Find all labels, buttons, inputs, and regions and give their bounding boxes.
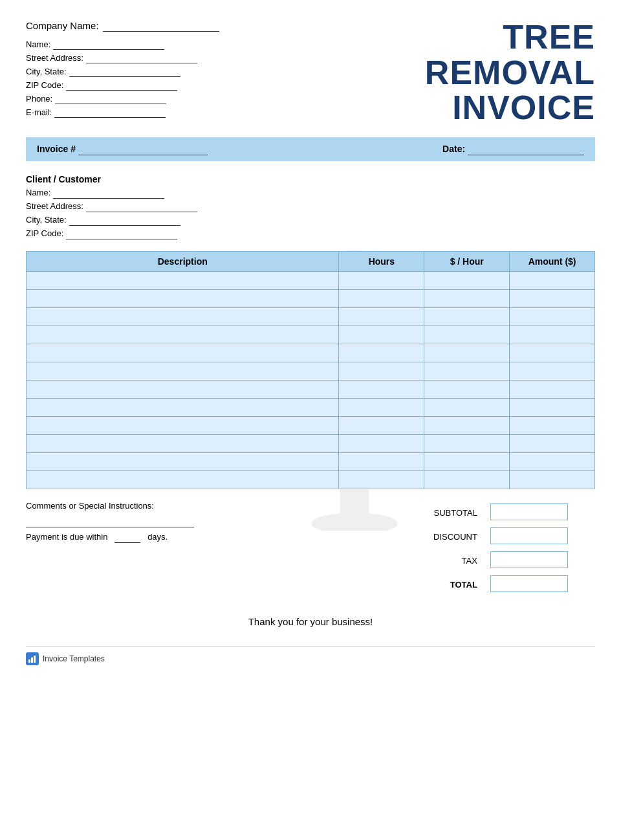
cell-rate-6[interactable]	[424, 380, 510, 398]
cell-amount-6[interactable]	[510, 380, 595, 398]
cell-hours-3[interactable]	[339, 326, 424, 344]
payment-row: Payment is due within days.	[26, 531, 414, 543]
cell-rate-4[interactable]	[424, 344, 510, 362]
cell-hours-4[interactable]	[339, 344, 424, 362]
street-row: Street Address:	[26, 52, 425, 63]
client-street-input[interactable]	[86, 201, 197, 212]
cell-rate-8[interactable]	[424, 416, 510, 434]
cell-amount-1[interactable]	[510, 289, 595, 307]
cell-desc-5[interactable]	[27, 362, 339, 380]
company-name-label: Company Name:	[26, 20, 99, 31]
cell-rate-3[interactable]	[424, 326, 510, 344]
cell-rate-11[interactable]	[424, 470, 510, 489]
cell-rate-2[interactable]	[424, 307, 510, 326]
total-row: TOTAL	[414, 573, 595, 597]
cell-desc-10[interactable]	[27, 452, 339, 470]
comments-row: Comments or Special Instructions:	[26, 501, 414, 511]
table-row	[27, 326, 595, 344]
cell-amount-0[interactable]	[510, 271, 595, 289]
phone-input[interactable]	[55, 93, 166, 104]
cell-hours-2[interactable]	[339, 307, 424, 326]
zip-input[interactable]	[66, 79, 177, 91]
discount-label: DISCOUNT	[414, 525, 485, 549]
table-row	[27, 271, 595, 289]
cell-desc-4[interactable]	[27, 344, 339, 362]
email-label: E-mail:	[26, 107, 52, 117]
client-name-label: Name:	[26, 188, 50, 197]
cell-desc-9[interactable]	[27, 434, 339, 452]
cell-hours-10[interactable]	[339, 452, 424, 470]
table-row	[27, 362, 595, 380]
cell-hours-8[interactable]	[339, 416, 424, 434]
cell-desc-3[interactable]	[27, 326, 339, 344]
total-box[interactable]	[490, 575, 568, 592]
svg-rect-8	[28, 659, 30, 663]
subtotal-value-cell	[485, 501, 595, 525]
cell-rate-10[interactable]	[424, 452, 510, 470]
cell-hours-11[interactable]	[339, 470, 424, 489]
cell-hours-0[interactable]	[339, 271, 424, 289]
discount-box[interactable]	[490, 527, 568, 544]
email-row: E-mail:	[26, 106, 425, 118]
phone-row: Phone:	[26, 93, 425, 104]
totals-table: SUBTOTAL DISCOUNT TAX TOTAL	[414, 501, 595, 597]
client-city-input[interactable]	[69, 214, 180, 226]
cell-amount-7[interactable]	[510, 398, 595, 416]
tax-box[interactable]	[490, 551, 568, 568]
cell-amount-5[interactable]	[510, 362, 595, 380]
city-input[interactable]	[69, 65, 180, 77]
svg-rect-9	[31, 658, 33, 663]
days-input[interactable]	[114, 531, 140, 543]
cell-amount-8[interactable]	[510, 416, 595, 434]
city-label: City, State:	[26, 67, 67, 76]
cell-rate-7[interactable]	[424, 398, 510, 416]
cell-rate-5[interactable]	[424, 362, 510, 380]
cell-hours-6[interactable]	[339, 380, 424, 398]
cell-desc-2[interactable]	[27, 307, 339, 326]
cell-rate-0[interactable]	[424, 271, 510, 289]
footer-left: Comments or Special Instructions: Paymen…	[26, 501, 414, 543]
email-input[interactable]	[54, 106, 166, 118]
invoice-number-input[interactable]	[78, 143, 208, 155]
cell-amount-2[interactable]	[510, 307, 595, 326]
cell-desc-8[interactable]	[27, 416, 339, 434]
cell-desc-1[interactable]	[27, 289, 339, 307]
client-zip-label: ZIP Code:	[26, 228, 63, 238]
cell-rate-9[interactable]	[424, 434, 510, 452]
cell-amount-10[interactable]	[510, 452, 595, 470]
street-input[interactable]	[86, 52, 197, 63]
client-zip-input[interactable]	[66, 228, 177, 239]
zip-row: ZIP Code:	[26, 79, 425, 91]
street-label: Street Address:	[26, 53, 83, 63]
cell-amount-9[interactable]	[510, 434, 595, 452]
name-label: Name:	[26, 39, 50, 49]
branding-footer: Invoice Templates	[26, 647, 595, 665]
thank-you-text: Thank you for your business!	[26, 616, 595, 627]
client-street-row: Street Address:	[26, 201, 595, 212]
cell-amount-11[interactable]	[510, 470, 595, 489]
table-row	[27, 289, 595, 307]
cell-desc-11[interactable]	[27, 470, 339, 489]
cell-amount-3[interactable]	[510, 326, 595, 344]
subtotal-box[interactable]	[490, 503, 568, 520]
date-input[interactable]	[468, 143, 584, 155]
cell-hours-9[interactable]	[339, 434, 424, 452]
comments-input[interactable]	[26, 516, 194, 527]
client-name-input[interactable]	[53, 187, 164, 199]
client-street-label: Street Address:	[26, 201, 83, 211]
company-name-input[interactable]	[103, 19, 219, 32]
name-row: Name:	[26, 38, 425, 50]
name-input[interactable]	[53, 38, 164, 50]
cell-rate-1[interactable]	[424, 289, 510, 307]
cell-hours-5[interactable]	[339, 362, 424, 380]
cell-hours-7[interactable]	[339, 398, 424, 416]
city-row: City, State:	[26, 65, 425, 77]
cell-desc-0[interactable]	[27, 271, 339, 289]
client-zip-row: ZIP Code:	[26, 228, 595, 239]
cell-desc-7[interactable]	[27, 398, 339, 416]
invoice-title: TREE REMOVAL INVOICE	[425, 19, 595, 126]
cell-desc-6[interactable]	[27, 380, 339, 398]
col-rate: $ / Hour	[424, 251, 510, 271]
cell-amount-4[interactable]	[510, 344, 595, 362]
cell-hours-1[interactable]	[339, 289, 424, 307]
